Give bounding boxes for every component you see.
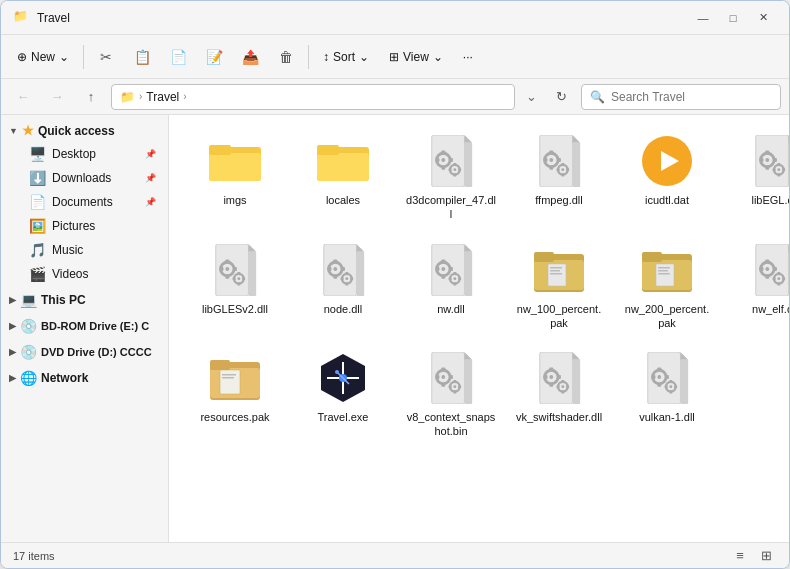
svg-rect-52 bbox=[782, 168, 785, 171]
file-item-node[interactable]: node.dll bbox=[293, 236, 393, 337]
svg-rect-118 bbox=[765, 274, 769, 278]
paste-button[interactable]: 📄 bbox=[162, 41, 194, 73]
sidebar-item-downloads[interactable]: ⬇️ Downloads 📌 bbox=[5, 166, 164, 190]
copy-button[interactable]: 📋 bbox=[126, 41, 158, 73]
large-icons-view-button[interactable]: ⊞ bbox=[755, 545, 777, 567]
toolbar: ⊕ New ⌄ ✂ 📋 📄 📝 📤 🗑 ↕ Sort ⌄ ⊞ View ⌄ ··… bbox=[1, 35, 789, 79]
search-box[interactable]: 🔍 bbox=[581, 84, 781, 110]
dvd-header[interactable]: ▶ 💿 DVD Drive (D:) CCCC bbox=[1, 340, 168, 364]
file-item-vulkan[interactable]: vulkan-1.dll bbox=[617, 344, 717, 445]
more-button[interactable]: ··· bbox=[455, 41, 481, 73]
main-content: ▼ ★ Quick access 🖥️ Desktop 📌 ⬇️ Downloa… bbox=[1, 115, 789, 542]
minimize-button[interactable]: — bbox=[689, 6, 717, 30]
sort-button[interactable]: ↕ Sort ⌄ bbox=[315, 41, 377, 73]
view-button[interactable]: ⊞ View ⌄ bbox=[381, 41, 451, 73]
sidebar-section-this-pc: ▶ 💻 This PC bbox=[1, 288, 168, 312]
share-button[interactable]: 📤 bbox=[234, 41, 266, 73]
close-button[interactable]: ✕ bbox=[749, 6, 777, 30]
svg-rect-176 bbox=[652, 375, 656, 379]
sidebar-music-label: Music bbox=[52, 243, 156, 257]
svg-rect-130 bbox=[220, 370, 240, 394]
up-button[interactable]: ↑ bbox=[77, 83, 105, 111]
file-item-v8context[interactable]: v8_context_snapshot.bin bbox=[401, 344, 501, 445]
svg-rect-152 bbox=[449, 385, 452, 388]
svg-rect-180 bbox=[669, 380, 672, 383]
back-button[interactable]: ← bbox=[9, 83, 37, 111]
videos-icon: 🎬 bbox=[29, 266, 46, 282]
svg-rect-125 bbox=[773, 277, 776, 280]
svg-rect-126 bbox=[782, 277, 785, 280]
sidebar-videos-label: Videos bbox=[52, 267, 156, 281]
svg-rect-165 bbox=[561, 380, 564, 383]
this-pc-header[interactable]: ▶ 💻 This PC bbox=[1, 288, 168, 312]
new-label: New bbox=[31, 50, 55, 64]
window-icon: 📁 bbox=[13, 9, 31, 27]
file-name-locales: locales bbox=[326, 193, 360, 207]
file-item-nw100[interactable]: nw_100_percent.pak bbox=[509, 236, 609, 337]
delete-button[interactable]: 🗑 bbox=[270, 41, 302, 73]
pin-icon-desktop: 📌 bbox=[145, 149, 156, 159]
file-item-ffmpeg[interactable]: ffmpeg.dll bbox=[509, 127, 609, 228]
search-input[interactable] bbox=[611, 90, 772, 104]
file-name-imgs: imgs bbox=[223, 193, 246, 207]
path-segment-travel[interactable]: Travel bbox=[146, 90, 179, 104]
svg-point-25 bbox=[549, 158, 553, 162]
sidebar-item-desktop[interactable]: 🖥️ Desktop 📌 bbox=[5, 142, 164, 166]
dvd-label: DVD Drive (D:) CCCC bbox=[41, 346, 152, 358]
file-item-imgs[interactable]: imgs bbox=[185, 127, 285, 228]
path-arrow-2: › bbox=[183, 91, 186, 102]
address-dropdown-button[interactable]: ⌄ bbox=[521, 84, 541, 110]
svg-rect-171 bbox=[680, 360, 688, 404]
file-icon-libGLES bbox=[207, 242, 263, 298]
file-item-libEGL[interactable]: libEGL.dll bbox=[725, 127, 789, 228]
file-item-resources[interactable]: resources.pak bbox=[185, 344, 285, 445]
svg-rect-89 bbox=[441, 274, 445, 278]
file-item-locales[interactable]: locales bbox=[293, 127, 393, 228]
details-view-button[interactable]: ≡ bbox=[729, 545, 751, 567]
refresh-button[interactable]: ↻ bbox=[547, 83, 575, 111]
sidebar-documents-label: Documents bbox=[52, 195, 139, 209]
file-item-icudtl[interactable]: icudtl.dat bbox=[617, 127, 717, 228]
sidebar-item-documents[interactable]: 📄 Documents 📌 bbox=[5, 190, 164, 214]
svg-rect-5 bbox=[317, 145, 339, 155]
svg-rect-102 bbox=[550, 267, 562, 269]
file-name-vulkan: vulkan-1.dll bbox=[639, 410, 695, 424]
cut-button[interactable]: ✂ bbox=[90, 41, 122, 73]
svg-rect-81 bbox=[341, 277, 344, 280]
rename-button[interactable]: 📝 bbox=[198, 41, 230, 73]
svg-rect-104 bbox=[550, 273, 562, 275]
svg-rect-107 bbox=[642, 252, 662, 262]
sidebar-desktop-label: Desktop bbox=[52, 147, 139, 161]
svg-rect-123 bbox=[777, 272, 780, 275]
maximize-button[interactable]: □ bbox=[719, 6, 747, 30]
file-item-d3dcompiler[interactable]: d3dcompiler_47.dll bbox=[401, 127, 501, 228]
this-pc-chevron-icon: ▶ bbox=[9, 295, 16, 305]
file-item-nw200[interactable]: nw_200_percent.pak bbox=[617, 236, 717, 337]
sort-icon: ↕ bbox=[323, 50, 329, 64]
file-item-travel[interactable]: Travel.exe bbox=[293, 344, 393, 445]
quick-access-header[interactable]: ▼ ★ Quick access bbox=[1, 119, 168, 142]
svg-point-116 bbox=[765, 267, 769, 271]
svg-rect-85 bbox=[464, 251, 472, 295]
file-icon-vulkan bbox=[639, 350, 695, 406]
svg-rect-129 bbox=[210, 360, 230, 370]
new-button[interactable]: ⊕ New ⌄ bbox=[9, 41, 77, 73]
sidebar-item-music[interactable]: 🎵 Music bbox=[5, 238, 164, 262]
network-icon: 🌐 bbox=[20, 370, 37, 386]
svg-point-63 bbox=[237, 277, 240, 280]
svg-rect-19 bbox=[449, 168, 452, 171]
forward-button[interactable]: → bbox=[43, 83, 71, 111]
network-header[interactable]: ▶ 🌐 Network bbox=[1, 366, 168, 390]
svg-point-42 bbox=[765, 158, 769, 162]
file-item-nw_elf[interactable]: nw_elf.dll bbox=[725, 236, 789, 337]
file-item-libGLES[interactable]: libGLESv2.dll bbox=[185, 236, 285, 337]
sidebar-item-videos[interactable]: 🎬 Videos bbox=[5, 262, 164, 286]
address-path[interactable]: 📁 › Travel › bbox=[111, 84, 515, 110]
bdrom-header[interactable]: ▶ 💿 BD-ROM Drive (E:) C bbox=[1, 314, 168, 338]
file-item-nw[interactable]: nw.dll bbox=[401, 236, 501, 337]
file-item-vkswift[interactable]: vk_swiftshader.dll bbox=[509, 344, 609, 445]
sidebar-item-pictures[interactable]: 🖼️ Pictures bbox=[5, 214, 164, 238]
desktop-icon: 🖥️ bbox=[29, 146, 46, 162]
svg-rect-110 bbox=[658, 270, 668, 272]
svg-rect-18 bbox=[453, 174, 456, 177]
